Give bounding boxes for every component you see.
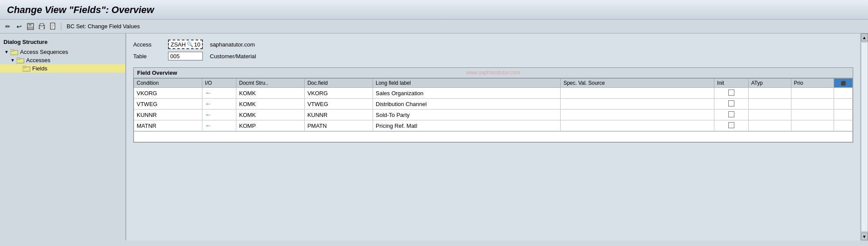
table-input[interactable]: 005 [168,52,203,60]
svg-rect-5 [40,27,44,29]
col-header-specval: Spec. Val. Source [561,79,714,88]
svg-rect-1 [29,23,31,26]
svg-rect-4 [40,23,44,26]
table-value: 005 [170,53,180,60]
scroll-down-btn[interactable]: ▼ [861,233,868,240]
scrollbar: ▲ ▼ [860,33,868,240]
page-title: Change View "Fields": Overview [7,4,861,16]
cell-extra [834,99,852,110]
svg-rect-2 [28,27,33,30]
field-overview-title: Field Overview [137,70,177,76]
table-header-row: Condition I/O Docmt Stru.. Doc.field Lon… [134,79,853,88]
save-icon[interactable] [26,22,35,31]
toolbar: ✏ ↩ BC Set: Change Field Values [0,20,868,33]
cell-atyp [748,110,791,120]
table-row[interactable]: KUNNR←KOMKKUNNRSold-To Party [134,110,853,120]
cell-prio [791,110,834,120]
col-header-condition: Condition [134,79,202,88]
cell-docmt: KOMK [236,99,305,110]
cell-io[interactable]: ← [202,120,236,131]
col-header-longfield: Long field label [373,79,561,88]
col-settings[interactable]: ⬛ [834,79,852,88]
checkbox[interactable] [728,111,734,117]
field-overview-table: Condition I/O Docmt Stru.. Doc.field Lon… [134,78,853,131]
col-header-prio: Prio [791,79,834,88]
svg-rect-15 [23,66,26,68]
access-label: Access [133,41,168,48]
cell-atyp [748,99,791,110]
cell-docfield: VKORG [305,88,373,99]
cell-specval [561,110,714,120]
scroll-track [861,42,868,232]
sidebar-label-accesses: Accesses [26,57,50,63]
table-header-wrapper: Field Overview www.saphanatutor.com [134,68,853,78]
table-row-info: Table 005 Customer/Material [133,52,853,60]
access-number: 10 [194,41,200,48]
col-header-init: Init [714,79,748,88]
sidebar-title: Dialog Structure [0,37,125,48]
cell-extra [834,120,852,131]
cell-docmt: KOMP [236,120,305,131]
access-input[interactable]: ZSAH 🔍 10 [168,40,203,49]
sidebar-item-access-sequences[interactable]: ▼ Access Sequences [0,48,125,56]
cell-condition: MATNR [134,120,202,131]
access-value: ZSAH [171,41,186,48]
cell-docfield: PMATN [305,120,373,131]
col-header-io: I/O [202,79,236,88]
cell-atyp [748,120,791,131]
cell-docfield: KUNNR [305,110,373,120]
cell-condition: VTWEG [134,99,202,110]
table-label: Table [133,53,168,60]
cell-atyp [748,88,791,99]
cell-io[interactable]: ← [202,110,236,120]
cell-prio [791,88,834,99]
checkbox[interactable] [728,90,734,96]
cell-condition: KUNNR [134,110,202,120]
cell-specval [561,88,714,99]
expand-arrow-access-sequences: ▼ [3,49,10,55]
sidebar-item-accesses[interactable]: ▼ Accesses [0,56,125,64]
table-row[interactable]: VKORG←KOMKVKORGSales Organization [134,88,853,99]
table-desc: Customer/Material [210,53,256,60]
cell-docmt: KOMK [236,110,305,120]
sidebar-label-access-sequences: Access Sequences [20,49,68,55]
empty-row [134,132,853,142]
field-overview-section: Field Overview www.saphanatutor.com Cond… [133,67,853,143]
edit-icon[interactable]: ✏ [3,22,12,31]
cell-docmt: KOMK [236,88,305,99]
cell-longfield: Pricing Ref. Matl [373,120,561,131]
info-section: Access ZSAH 🔍 10 saphanatutor.com Table … [133,40,853,60]
cell-prio [791,99,834,110]
sidebar: Dialog Structure ▼ Access Sequences ▼ Ac… [0,33,126,240]
col-header-atyp: ATyp [748,79,791,88]
sidebar-item-fields[interactable]: ▶ Fields [0,64,125,73]
doc-icon[interactable] [49,22,57,31]
cell-init[interactable] [714,88,748,99]
empty-rows-table [134,131,853,142]
cell-init[interactable] [714,99,748,110]
table-row[interactable]: MATNR←KOMPPMATNPricing Ref. Matl [134,120,853,131]
cell-longfield: Sold-To Party [373,110,561,120]
col-header-docfield: Doc.field [305,79,373,88]
cell-docfield: VTWEG [305,99,373,110]
checkbox[interactable] [728,122,734,128]
access-row: Access ZSAH 🔍 10 saphanatutor.com [133,40,853,49]
cell-io[interactable]: ← [202,88,236,99]
svg-rect-13 [17,58,20,60]
cell-io[interactable]: ← [202,99,236,110]
print-icon[interactable] [37,22,46,31]
title-bar: Change View "Fields": Overview [0,0,868,20]
content-area: Access ZSAH 🔍 10 saphanatutor.com Table … [126,33,860,240]
table-row[interactable]: VTWEG←KOMKVTWEGDistribution Channel [134,99,853,110]
cell-init[interactable] [714,110,748,120]
back-icon[interactable]: ↩ [15,22,24,31]
scroll-up-btn[interactable]: ▲ [861,33,868,41]
access-desc: saphanatutor.com [210,41,255,48]
folder-icon-access-sequences [10,49,18,55]
access-search-icon[interactable]: 🔍 [187,41,193,47]
field-overview-header: Field Overview [134,68,853,78]
cell-init[interactable] [714,120,748,131]
cell-longfield: Sales Organization [373,88,561,99]
checkbox[interactable] [728,100,734,106]
cell-condition: VKORG [134,88,202,99]
